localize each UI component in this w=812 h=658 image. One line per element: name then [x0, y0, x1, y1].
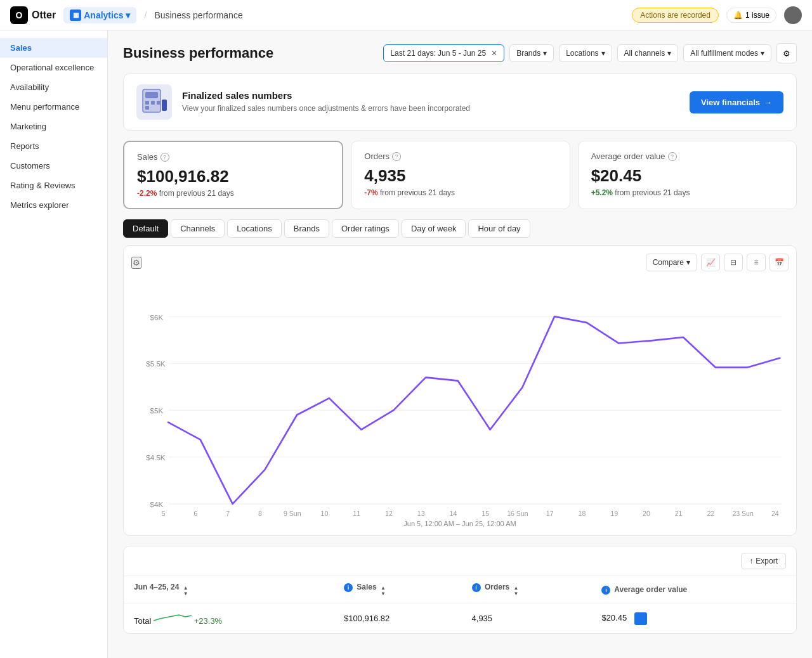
logo-text: Otter — [32, 10, 56, 21]
fulfillment-chevron-icon: ▾ — [761, 49, 764, 58]
svg-text:15: 15 — [481, 510, 489, 517]
svg-text:8: 8 — [258, 510, 262, 517]
svg-text:12: 12 — [385, 510, 393, 517]
table-header-row: Jun 4–25, 24 ▲ ▼ i Sales ▲ — [124, 576, 796, 603]
tab-channels[interactable]: Channels — [171, 219, 225, 238]
table-toolbar: ↑ Export — [124, 546, 796, 576]
sidebar-item-reports[interactable]: Reports — [0, 136, 107, 156]
view-financials-button[interactable]: View financials → — [690, 91, 783, 113]
orders-col-info-icon[interactable]: i — [472, 583, 481, 592]
orders-sort-icon[interactable]: ▲ ▼ — [514, 585, 519, 597]
svg-text:23 Sun: 23 Sun — [732, 510, 754, 517]
page-settings-button[interactable]: ⚙ — [776, 43, 797, 63]
banner-description: View your finalized sales numbers once a… — [182, 103, 679, 114]
stat-card-orders: Orders ? 4,935 -7% from previous 21 days — [351, 141, 570, 209]
sidebar-item-metrics[interactable]: Metrics explorer — [0, 195, 107, 215]
svg-rect-6 — [162, 100, 167, 111]
date-filter-close-icon[interactable]: ✕ — [491, 49, 497, 58]
sidebar-item-operational[interactable]: Operational excellence — [0, 58, 107, 77]
brands-filter[interactable]: Brands ▾ — [509, 44, 554, 62]
sidebar-item-customers[interactable]: Customers — [0, 156, 107, 176]
analytics-dropdown-icon: ▾ — [126, 10, 130, 20]
locations-label: Locations — [566, 49, 598, 58]
compare-button[interactable]: Compare ▾ — [646, 254, 697, 271]
tab-order-ratings[interactable]: Order ratings — [332, 219, 399, 238]
orders-help-icon[interactable]: ? — [392, 152, 401, 161]
aov-col-info-icon[interactable]: i — [601, 586, 610, 595]
col-aov: i Average order value — [591, 576, 796, 603]
tab-locations[interactable]: Locations — [227, 219, 282, 238]
notification-button[interactable]: 🔔 1 issue — [726, 8, 776, 23]
cell-date: Total +23.3% — [124, 603, 334, 634]
stacked-chart-button[interactable]: ⊟ — [724, 254, 743, 271]
sidebar-item-marketing[interactable]: Marketing — [0, 117, 107, 136]
sidebar-item-rating[interactable]: Rating & Reviews — [0, 176, 107, 195]
svg-text:24: 24 — [771, 510, 779, 517]
svg-text:9 Sun: 9 Sun — [284, 510, 301, 517]
sidebar-item-availability[interactable]: Availability — [0, 77, 107, 97]
sales-col-info-icon[interactable]: i — [344, 583, 353, 592]
tab-day-of-week[interactable]: Day of week — [402, 219, 466, 238]
svg-text:20: 20 — [643, 510, 650, 517]
stats-row: Sales ? $100,916.82 -2.2% from previous … — [123, 141, 797, 209]
stacked-icon: ⊟ — [730, 258, 737, 267]
svg-rect-5 — [145, 106, 149, 110]
sales-chart-container: ⚙ Compare ▾ 📈 ⊟ — [123, 245, 797, 536]
svg-text:21: 21 — [675, 510, 683, 517]
fulfillment-filter[interactable]: All fulfillment modes ▾ — [683, 44, 771, 62]
stat-sales-label: Sales ? — [137, 152, 329, 162]
user-avatar[interactable] — [784, 6, 802, 24]
table-chart-button[interactable]: ≡ — [747, 254, 766, 271]
cell-sales: $100,916.82 — [334, 603, 462, 634]
chart-actions: Compare ▾ 📈 ⊟ ≡ 📅 — [646, 254, 789, 271]
svg-text:$5.5K: $5.5K — [146, 360, 166, 368]
stat-orders-change-pct: -7% — [364, 188, 377, 197]
recorded-badge: Actions are recorded — [632, 8, 719, 23]
export-button[interactable]: ↑ Export — [741, 553, 786, 569]
svg-text:$4.5K: $4.5K — [146, 453, 166, 461]
otter-logo-icon: O — [10, 6, 28, 24]
area-chart-button[interactable]: 📈 — [701, 254, 720, 271]
svg-rect-2 — [145, 101, 149, 105]
chart-area: $4K $4.5K $5K $5.5K $6K — [131, 276, 789, 517]
data-table: ↑ Export Jun 4–25, 24 ▲ ▼ — [123, 546, 797, 634]
main-layout: Sales Operational excellence Availabilit… — [0, 30, 812, 658]
stat-aov-value: $20.45 — [591, 166, 783, 186]
tab-brands[interactable]: Brands — [284, 219, 329, 238]
locations-filter[interactable]: Locations ▾ — [559, 44, 612, 62]
sales-help-icon[interactable]: ? — [160, 153, 169, 162]
sidebar-item-sales[interactable]: Sales — [0, 38, 107, 58]
tab-hour-of-day[interactable]: Hour of day — [468, 219, 530, 238]
col-orders: i Orders ▲ ▼ — [462, 576, 592, 603]
date-sort-icon[interactable]: ▲ ▼ — [183, 585, 188, 597]
tab-default[interactable]: Default — [123, 219, 168, 238]
svg-rect-3 — [151, 101, 155, 105]
svg-rect-1 — [145, 92, 158, 98]
svg-text:$4K: $4K — [150, 500, 164, 508]
svg-text:$6K: $6K — [150, 313, 164, 321]
top-nav: O Otter ▦ Analytics ▾ / Business perform… — [0, 0, 812, 30]
aov-help-icon[interactable]: ? — [668, 152, 677, 161]
svg-text:16 Sun: 16 Sun — [507, 510, 528, 517]
channels-filter[interactable]: All channels ▾ — [617, 44, 679, 62]
col-sales: i Sales ▲ ▼ — [334, 576, 462, 603]
page-header: Business performance Last 21 days: Jun 5… — [123, 43, 797, 63]
sidebar-item-menu[interactable]: Menu performance — [0, 97, 107, 117]
stat-sales-change-pct: -2.2% — [137, 189, 157, 198]
date-range-filter[interactable]: Last 21 days: Jun 5 - Jun 25 ✕ — [383, 44, 504, 62]
sparkline-chart — [154, 611, 192, 624]
arrow-right-icon: → — [764, 98, 772, 107]
analytics-label: Analytics — [84, 10, 123, 20]
analytics-nav-button[interactable]: ▦ Analytics ▾ — [63, 7, 136, 23]
calendar-icon: 📅 — [775, 258, 784, 267]
chart-settings-button[interactable]: ⚙ — [131, 257, 141, 269]
aov-color-indicator — [634, 612, 647, 625]
sales-table: Jun 4–25, 24 ▲ ▼ i Sales ▲ — [124, 576, 796, 633]
stat-aov-label: Average order value ? — [591, 152, 783, 161]
area-chart-icon: 📈 — [706, 258, 716, 267]
stat-orders-change-desc: from previous 21 days — [380, 188, 455, 197]
page-title: Business performance — [123, 45, 376, 61]
sales-sort-icon[interactable]: ▲ ▼ — [381, 585, 386, 597]
calendar-chart-button[interactable]: 📅 — [769, 254, 789, 271]
svg-text:22: 22 — [707, 510, 714, 517]
